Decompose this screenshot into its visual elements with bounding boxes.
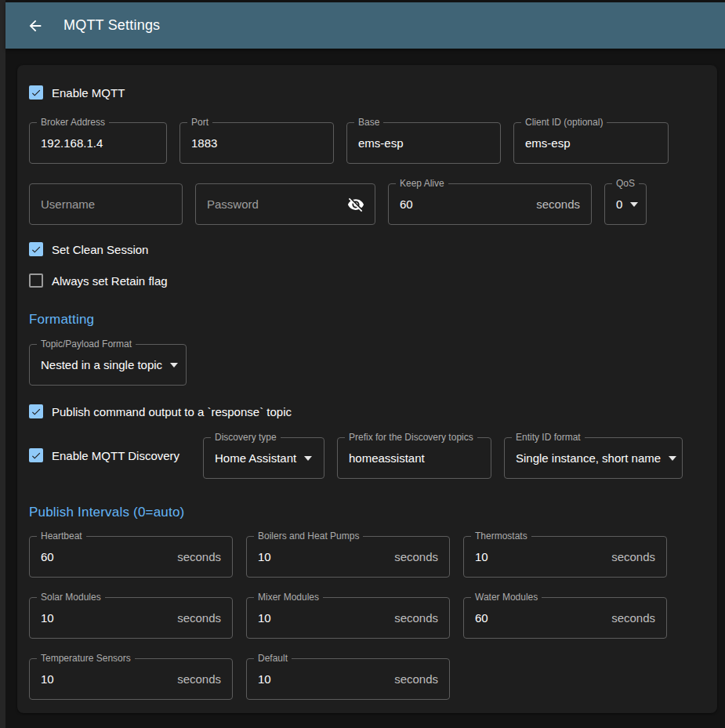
water-modules-input[interactable]: [464, 598, 611, 638]
chevron-down-icon: [170, 363, 178, 368]
base-input[interactable]: [347, 123, 500, 163]
temperature-sensors-field: Temperature Sensors seconds: [29, 658, 233, 700]
discovery-type-select[interactable]: Discovery type Home Assistant: [203, 437, 324, 479]
field-label: Broker Address: [37, 117, 109, 129]
window-left-edge: [0, 0, 5, 728]
back-button[interactable]: [20, 10, 51, 42]
chevron-down-icon: [304, 456, 312, 461]
keep-alive-field: Keep Alive seconds: [388, 183, 592, 225]
field-label: Heartbeat: [37, 531, 86, 542]
thermostats-field: Thermostats seconds: [463, 536, 667, 578]
seconds-suffix: seconds: [611, 611, 666, 625]
visibility-off-icon: [347, 196, 364, 213]
solar-modules-input[interactable]: [30, 598, 177, 638]
broker-address-input[interactable]: [30, 123, 166, 163]
field-label: Prefix for the Discovery topics: [345, 432, 477, 444]
seconds-suffix: seconds: [177, 672, 232, 686]
seconds-suffix: seconds: [536, 197, 591, 211]
publish-intervals-grid: Heartbeat seconds Boilers and Heat Pumps…: [29, 536, 705, 700]
boilers-input[interactable]: [247, 537, 394, 577]
checkbox-icon[interactable]: [29, 404, 43, 418]
seconds-suffix: seconds: [611, 550, 666, 563]
port-input[interactable]: [180, 123, 333, 163]
field-label: Solar Modules: [37, 592, 105, 603]
qos-value: 0: [605, 197, 622, 211]
password-input[interactable]: [196, 184, 342, 224]
field-label: Port: [187, 117, 212, 129]
water-modules-field: Water Modules seconds: [463, 597, 667, 639]
checkbox-icon[interactable]: [29, 448, 43, 462]
seconds-suffix: seconds: [177, 611, 232, 625]
checkbox-label: Enable MQTT Discovery: [52, 449, 179, 462]
field-label: Mixer Modules: [254, 592, 323, 603]
enable-mqtt-checkbox[interactable]: Enable MQTT: [29, 85, 705, 100]
field-label: Topic/Payload Format: [37, 339, 136, 350]
field-label: QoS: [612, 178, 639, 190]
base-field: Base: [346, 122, 501, 164]
entity-id-format-select[interactable]: Entity ID format Single instance, short …: [504, 437, 683, 479]
temperature-sensors-input[interactable]: [30, 659, 177, 699]
chevron-down-icon: [630, 202, 638, 207]
solar-modules-field: Solar Modules seconds: [29, 597, 233, 639]
field-label: Temperature Sensors: [37, 653, 135, 665]
seconds-suffix: seconds: [177, 550, 232, 563]
field-label: Entity ID format: [512, 432, 585, 444]
checkbox-label: Enable MQTT: [52, 86, 125, 100]
keep-alive-input[interactable]: [389, 184, 536, 224]
field-label: Discovery type: [211, 432, 281, 444]
discovery-type-value: Home Assistant: [204, 451, 296, 465]
password-field: [195, 183, 375, 225]
retain-flag-checkbox[interactable]: Always set Retain flag: [29, 273, 705, 288]
topic-format-value: Nested in a single topic: [30, 358, 162, 371]
formatting-heading: Formatting: [29, 312, 705, 328]
mixer-modules-field: Mixer Modules seconds: [246, 597, 450, 639]
default-interval-input[interactable]: [247, 659, 394, 699]
username-input[interactable]: [30, 184, 182, 224]
seconds-suffix: seconds: [394, 550, 449, 563]
topic-format-select[interactable]: Topic/Payload Format Nested in a single …: [29, 344, 187, 386]
heartbeat-input[interactable]: [30, 537, 177, 577]
field-label: Keep Alive: [396, 178, 448, 190]
entity-id-format-value: Single instance, short name: [505, 451, 661, 465]
arrow-left-icon: [27, 17, 44, 34]
checkbox-label: Always set Retain flag: [52, 274, 168, 288]
discovery-prefix-input[interactable]: [338, 438, 491, 478]
broker-address-field: Broker Address: [29, 122, 167, 164]
page-title: MQTT Settings: [63, 17, 160, 34]
mixer-modules-input[interactable]: [247, 598, 394, 638]
settings-card: Enable MQTT Broker Address Port Base Cli…: [17, 65, 717, 713]
port-field: Port: [179, 122, 334, 164]
username-field: [29, 183, 183, 225]
checkbox-icon[interactable]: [29, 242, 43, 256]
toggle-password-visibility-button[interactable]: [342, 190, 370, 219]
client-id-field: Client ID (optional): [513, 122, 669, 164]
checkbox-icon[interactable]: [29, 273, 43, 288]
chevron-down-icon: [669, 456, 676, 461]
field-label: Boilers and Heat Pumps: [254, 531, 363, 542]
qos-select[interactable]: QoS 0: [604, 183, 647, 225]
default-interval-field: Default seconds: [246, 658, 450, 700]
checkbox-icon[interactable]: [29, 85, 43, 100]
enable-discovery-checkbox[interactable]: Enable MQTT Discovery: [29, 448, 190, 462]
seconds-suffix: seconds: [394, 611, 449, 625]
checkbox-label: Set Clean Session: [52, 243, 148, 256]
appbar: MQTT Settings: [5, 2, 725, 49]
publish-response-checkbox[interactable]: Publish command output to a `response` t…: [29, 404, 705, 418]
clean-session-checkbox[interactable]: Set Clean Session: [29, 242, 705, 256]
field-label: Water Modules: [471, 592, 542, 603]
checkbox-label: Publish command output to a `response` t…: [52, 405, 292, 418]
field-label: Client ID (optional): [521, 117, 607, 129]
field-label: Base: [354, 117, 383, 129]
heartbeat-field: Heartbeat seconds: [29, 536, 233, 578]
discovery-prefix-field: Prefix for the Discovery topics: [337, 437, 491, 479]
thermostats-input[interactable]: [464, 537, 611, 577]
seconds-suffix: seconds: [394, 672, 449, 686]
client-id-input[interactable]: [514, 123, 668, 163]
field-label: Default: [254, 653, 292, 665]
field-label: Thermostats: [471, 531, 531, 542]
boilers-field: Boilers and Heat Pumps seconds: [246, 536, 450, 578]
publish-intervals-heading: Publish Intervals (0=auto): [29, 505, 705, 520]
